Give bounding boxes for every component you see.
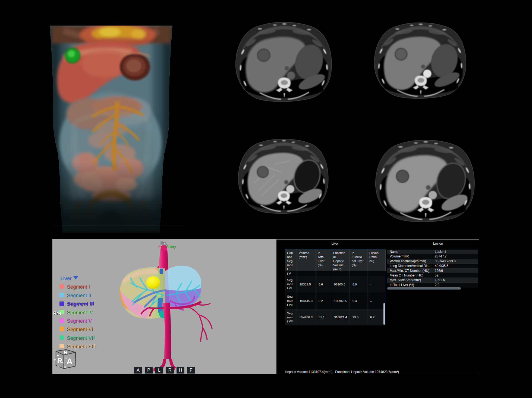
svg-text:Artery: Artery: [166, 244, 176, 249]
svg-text:L: L: [74, 359, 75, 362]
svg-text:F: F: [64, 366, 66, 369]
svg-text:H: H: [57, 354, 59, 357]
svg-text:H: H: [65, 357, 67, 360]
svg-text:P: P: [54, 358, 56, 361]
svg-text:F: F: [58, 365, 59, 368]
svg-text:A: A: [67, 357, 73, 366]
svg-text:R: R: [62, 362, 64, 365]
